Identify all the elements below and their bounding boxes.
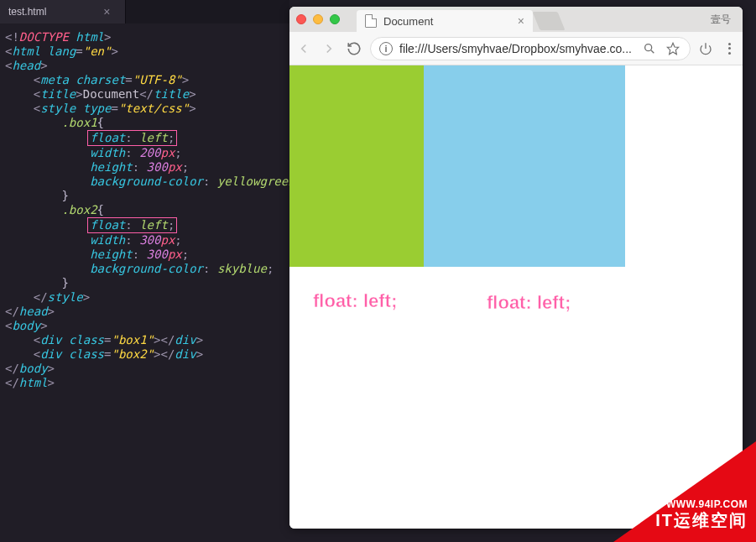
traffic-lights [296,14,340,24]
back-button[interactable] [295,39,313,58]
editor-tab-bar: test.html × [0,0,289,23]
svg-marker-2 [667,43,678,54]
editor-tab-label: test.html [8,6,46,18]
menu-button[interactable] [721,40,738,57]
window-maximize-button[interactable] [330,14,340,24]
power-icon[interactable] [697,40,714,57]
highlight-annotation: float: left; [87,217,177,233]
info-icon[interactable]: i [379,42,393,55]
browser-tab-bar: Document × 壹号 [289,7,743,32]
star-icon[interactable] [665,40,681,57]
watermark-text: WWW.94IP.COM IT运维空间 [655,498,748,530]
document-icon [365,14,377,28]
annotation-label: float: left; [487,292,571,314]
zoom-icon[interactable] [641,40,658,57]
annotation-label: float: left; [313,290,397,312]
address-bar[interactable]: i file:///Users/smyhvae/Dropbox/smyhvae.… [370,37,691,60]
url-text: file:///Users/smyhvae/Dropbox/smyhvae.co… [399,42,634,55]
window-close-button[interactable] [296,14,306,24]
svg-line-1 [651,50,654,53]
editor-tab[interactable]: test.html × [0,0,126,23]
window-minimize-button[interactable] [313,14,323,24]
svg-point-0 [645,44,652,50]
reload-button[interactable] [345,39,363,58]
highlight-annotation: float: left; [87,130,177,146]
forward-button[interactable] [320,39,338,58]
ime-indicator: 壹号 [711,13,731,27]
browser-tab-label: Document [383,15,511,28]
browser-toolbar: i file:///Users/smyhvae/Dropbox/smyhvae.… [289,32,743,65]
close-icon[interactable]: × [518,14,524,28]
new-tab-button[interactable] [533,12,566,30]
box1 [289,65,424,267]
code-editor: test.html × <!DOCTYPE html> <html lang="… [0,0,289,542]
code-content[interactable]: <!DOCTYPE html> <html lang="en"> <head> … [0,23,289,397]
browser-tab[interactable]: Document × [357,10,533,32]
close-icon[interactable]: × [103,5,110,18]
box2 [424,65,625,267]
